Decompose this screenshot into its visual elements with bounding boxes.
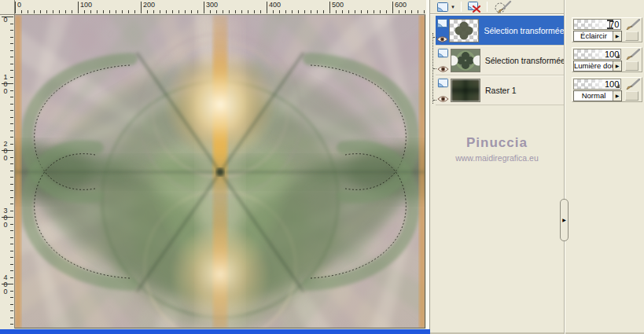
ruler-label: 100 xyxy=(80,2,92,9)
ruler-tick xyxy=(153,10,154,13)
image-canvas[interactable] xyxy=(15,15,425,328)
splitter-handle[interactable]: ▶ xyxy=(560,199,569,241)
ruler-corner xyxy=(0,0,15,15)
link-toggle-button[interactable] xyxy=(625,91,638,101)
new-layer-menu-arrow-icon[interactable]: ▼ xyxy=(451,5,455,9)
ruler-tick xyxy=(197,10,198,13)
ruler-tick xyxy=(28,10,28,13)
brush-link-button[interactable] xyxy=(624,19,641,30)
ruler-tick xyxy=(10,297,13,298)
opacity-slider[interactable]: 100 xyxy=(573,49,621,60)
combo-arrow-icon[interactable]: ▶ xyxy=(613,31,621,41)
ruler-tick xyxy=(84,10,85,13)
ruler-tick xyxy=(260,10,261,13)
ruler-tick xyxy=(361,10,362,13)
link-toggle-button[interactable] xyxy=(625,61,638,71)
visibility-eye-icon[interactable] xyxy=(437,95,449,103)
layer-thumbnail[interactable] xyxy=(451,79,480,102)
ruler-tick xyxy=(235,10,236,13)
palette-splitter[interactable] xyxy=(564,0,565,334)
watermark-name: Pinuccia xyxy=(430,135,564,151)
toolbar-separator xyxy=(461,2,462,12)
ruler-tick xyxy=(10,123,13,124)
combo-arrow-icon[interactable]: ▶ xyxy=(613,61,621,71)
layer-thumbnail[interactable] xyxy=(451,49,480,72)
layer-row-raster-1[interactable]: Raster 1 xyxy=(436,75,564,105)
ruler-tick xyxy=(59,10,60,13)
ruler-tick xyxy=(166,10,167,13)
ruler-tick xyxy=(317,10,318,13)
ruler-tick xyxy=(191,10,192,13)
ruler-tick xyxy=(216,10,217,13)
ruler-tick xyxy=(348,10,349,13)
ruler-tick xyxy=(10,204,13,204)
layer-thumbnail[interactable] xyxy=(449,19,479,42)
blend-mode-select[interactable]: Lumière douce ▶ xyxy=(573,61,622,72)
ruler-tick xyxy=(134,10,135,13)
blend-mode-select[interactable]: Normal ▶ xyxy=(573,90,622,101)
ruler-tick xyxy=(411,10,412,13)
ruler-tick xyxy=(248,10,248,13)
ruler-tick xyxy=(229,10,230,13)
combo-arrow-icon[interactable]: ▶ xyxy=(613,91,621,101)
ruler-tick xyxy=(374,10,374,13)
ruler-tick xyxy=(172,10,173,13)
ruler-tick xyxy=(10,230,13,231)
ruler-tick xyxy=(72,10,72,13)
ruler-tick xyxy=(128,10,129,13)
brush-link-button[interactable] xyxy=(624,79,641,90)
brush-icon xyxy=(624,79,640,90)
ruler-tick xyxy=(97,10,98,13)
layer-group-bracket xyxy=(432,33,433,104)
visibility-eye-icon[interactable] xyxy=(436,35,448,43)
opacity-slider[interactable]: 70 xyxy=(573,19,621,30)
ruler-tick xyxy=(10,97,13,97)
opacity-slider-thumb[interactable] xyxy=(616,54,620,58)
ruler-tick xyxy=(210,10,211,13)
ruler-tick xyxy=(10,144,13,145)
ruler-tick xyxy=(185,10,186,13)
ruler-label: 0 xyxy=(17,2,21,9)
delete-layer-button[interactable] xyxy=(464,1,484,13)
ruler-tick xyxy=(304,10,305,13)
edit-selection-button[interactable] xyxy=(490,1,515,13)
ruler-tick xyxy=(10,224,13,225)
delete-layer-icon xyxy=(467,1,481,13)
ruler-tick xyxy=(298,10,299,13)
ruler-tick xyxy=(405,10,406,13)
blend-mode-value: Éclaircir xyxy=(574,31,613,41)
layers-list: Sélection transformée 1 xyxy=(430,16,564,105)
ruler-tick xyxy=(10,43,13,44)
new-layer-button[interactable]: ▼ xyxy=(433,1,458,13)
ruler-tick xyxy=(10,257,13,258)
ruler-tick xyxy=(10,157,13,158)
window-edge-strip xyxy=(426,0,430,329)
blend-mode-select[interactable]: Éclaircir ▶ xyxy=(573,31,622,42)
ruler-tick xyxy=(10,317,13,318)
ruler-tick xyxy=(267,2,267,13)
watermark-url: www.maidiregrafica.eu xyxy=(430,153,564,163)
layer-row-selection-transformee-1[interactable]: Sélection transformée 1 xyxy=(436,16,564,46)
brush-link-button[interactable] xyxy=(624,49,641,60)
new-layer-icon xyxy=(436,2,449,13)
ruler-label: 500 xyxy=(332,2,344,9)
visibility-eye-icon[interactable] xyxy=(437,65,449,73)
ruler-tick xyxy=(40,10,41,13)
opacity-slider-thumb[interactable] xyxy=(616,84,620,88)
ruler-tick xyxy=(34,10,35,13)
ruler-tick xyxy=(10,163,13,164)
link-toggle-button[interactable] xyxy=(625,31,638,41)
ruler-tick xyxy=(103,10,104,13)
ruler-tick xyxy=(178,10,179,13)
watermark: Pinuccia www.maidiregrafica.eu xyxy=(430,135,564,163)
brush-icon xyxy=(624,49,640,60)
opacity-slider[interactable]: 100 xyxy=(573,79,621,90)
ruler-tick xyxy=(10,310,13,311)
layer-type-icon xyxy=(437,78,449,88)
ruler-tick xyxy=(10,304,13,305)
layer-type-icon xyxy=(436,18,448,28)
ruler-tick xyxy=(10,90,13,91)
layer-row-selection-transformee[interactable]: Sélection transformée xyxy=(436,46,564,75)
ruler-tick xyxy=(65,10,66,13)
ruler-tick xyxy=(116,10,116,13)
